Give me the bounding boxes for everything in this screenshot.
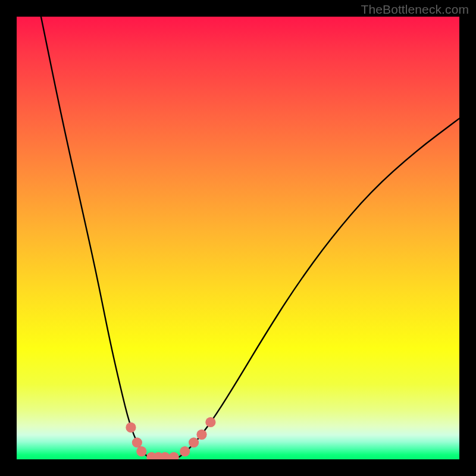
- highlight-marker: [126, 422, 136, 433]
- bottleneck-curve: [41, 17, 459, 459]
- highlight-marker: [169, 452, 179, 459]
- plot-area: [17, 17, 459, 459]
- highlight-marker: [205, 417, 215, 427]
- highlight-marker: [196, 430, 206, 440]
- highlight-marker: [189, 437, 199, 447]
- attribution-label: TheBottleneck.com: [361, 2, 469, 17]
- curve-layer: [17, 17, 459, 459]
- curve-group: [41, 17, 459, 459]
- chart-container: TheBottleneck.com: [0, 0, 476, 476]
- marker-group: [126, 417, 215, 459]
- highlight-marker: [136, 446, 146, 456]
- highlight-marker: [132, 437, 142, 447]
- highlight-marker: [180, 446, 190, 456]
